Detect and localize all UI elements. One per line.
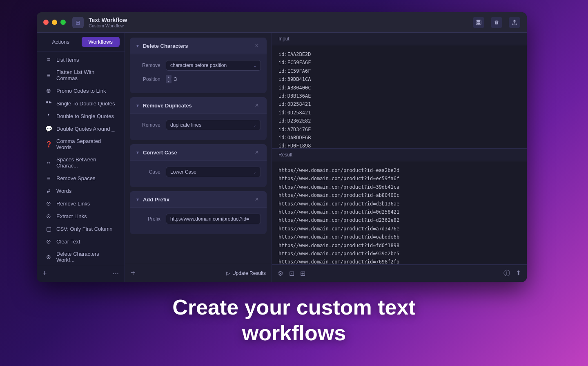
- maximize-button[interactable]: [60, 20, 66, 25]
- tab-workflows[interactable]: Workflows: [82, 37, 120, 47]
- sidebar-item-label: Single To Double Quotes: [56, 100, 115, 107]
- input-section: Input id:EAA2BE2D id:EC59FA6F id:EC59FA6…: [272, 33, 527, 149]
- sidebar-item-double-single[interactable]: ❜ Double to Single Quotes: [39, 110, 122, 122]
- sidebar-items: ≡ List Items ≡ Flatten List With Commas …: [37, 51, 125, 265]
- delete-icon-btn[interactable]: [491, 17, 502, 28]
- convert-case-close[interactable]: ×: [253, 148, 261, 156]
- remove-links-icon: ⊙: [45, 200, 52, 207]
- remove-spaces-icon: ≡: [45, 175, 52, 181]
- sidebar-item-remove-spaces[interactable]: ≡ Remove Spaces: [39, 172, 122, 184]
- sidebar-item-label: List Items: [56, 57, 79, 63]
- card-toggle-convert-case[interactable]: ▼: [136, 150, 140, 155]
- share-icon-btn[interactable]: [509, 17, 520, 28]
- sidebar-item-flatten-list[interactable]: ≡ Flatten List With Commas: [39, 66, 122, 84]
- position-value: 3: [174, 76, 177, 82]
- sidebar-item-comma-sep[interactable]: ❓ Comma Separated Words: [39, 135, 122, 153]
- add-workflow-button[interactable]: +: [42, 269, 47, 278]
- tab-actions[interactable]: Actions: [42, 37, 80, 47]
- add-prefix-body: Prefix: https//www.domain.com/product?id…: [130, 208, 267, 234]
- card-toggle-remove-duplicates[interactable]: ▼: [136, 103, 140, 108]
- result-line: https//www.domain.com/product?id=eaa2be2…: [278, 166, 520, 174]
- copy-icon-btn[interactable]: ⊡: [289, 270, 294, 277]
- input-line: id:39DB41CA: [278, 75, 520, 83]
- sidebar-item-promo-codes[interactable]: ⊛ Promo Codes to Link: [39, 85, 122, 97]
- sidebar-item-extract-links[interactable]: ⊙ Extract Links: [39, 210, 122, 222]
- convert-case-title: Convert Case: [143, 150, 253, 156]
- promo-codes-icon: ⊛: [45, 87, 52, 94]
- add-prefix-title: Add Prefix: [143, 196, 253, 203]
- position-label: Position:: [136, 76, 162, 82]
- result-section: Result https//www.domain.com/product?id=…: [272, 149, 527, 265]
- sidebar-item-label: Delete Characters Workf...: [56, 251, 116, 263]
- card-toggle-delete-chars[interactable]: ▼: [136, 44, 140, 48]
- center-panel: ▼ Delete Characters × Remove: characters…: [125, 33, 272, 282]
- more-options-button[interactable]: ···: [113, 269, 119, 278]
- center-content: ▼ Delete Characters × Remove: characters…: [125, 33, 272, 264]
- app-window: ⊞ Text Workflow Custom Workflow: [37, 12, 527, 282]
- export-icon-btn[interactable]: ⬆: [516, 269, 521, 278]
- input-line: id:0D258421: [278, 100, 520, 108]
- chevron-down-icon: ⌄: [253, 170, 256, 174]
- prefix-label: Prefix:: [136, 216, 162, 222]
- update-results-label: Update Results: [232, 270, 266, 276]
- close-button[interactable]: [43, 20, 49, 25]
- save-icon-btn[interactable]: [473, 17, 484, 28]
- sidebar-item-remove-links[interactable]: ⊙ Remove Links: [39, 197, 122, 210]
- result-line: https//www.domain.com/product?id=939a2be…: [278, 250, 520, 258]
- stepper-down[interactable]: ▼: [166, 79, 172, 83]
- result-content[interactable]: https//www.domain.com/product?id=eaa2be2…: [272, 161, 527, 264]
- words-icon: #: [45, 187, 52, 194]
- remove-dupes-select[interactable]: duplicate lines ⌄: [166, 120, 261, 130]
- input-line: id:D3B136AE: [278, 92, 520, 100]
- app-icon: ⊞: [72, 17, 84, 28]
- result-line: https//www.domain.com/product?id=0d25842…: [278, 208, 520, 216]
- sidebar-item-label: Comma Separated Words: [56, 138, 116, 150]
- sidebar-footer: + ···: [37, 265, 125, 282]
- result-line: https//www.domain.com/product?id=oabdde6…: [278, 233, 520, 241]
- add-step-button[interactable]: +: [131, 268, 136, 278]
- input-line: id:D2362E82: [278, 117, 520, 125]
- remove-select[interactable]: characters before position ⌄: [166, 60, 261, 71]
- sidebar-item-delete-chars[interactable]: ⊗ Delete Characters Workf...: [39, 248, 122, 265]
- add-prefix-close[interactable]: ×: [253, 195, 261, 203]
- remove-duplicates-card-header: ▼ Remove Duplicates ×: [130, 97, 267, 114]
- card-toggle-add-prefix[interactable]: ▼: [136, 197, 140, 202]
- flatten-list-icon: ≡: [45, 72, 52, 78]
- sidebar-item-single-double[interactable]: ❝❝ Single To Double Quotes: [39, 97, 122, 109]
- headline-line2: workflows: [0, 320, 588, 346]
- spaces-between-icon: ↔: [45, 159, 52, 166]
- filter-icon-btn[interactable]: ⚙: [278, 270, 283, 277]
- right-footer-right: ⓘ ⬆: [503, 269, 521, 278]
- remove-duplicates-close[interactable]: ×: [253, 101, 261, 109]
- sidebar-item-list-items[interactable]: ≡ List Items: [39, 54, 122, 66]
- stepper-up[interactable]: ▲: [166, 75, 172, 79]
- sidebar-item-csv-first-col[interactable]: ▢ CSV: Only First Column: [39, 223, 122, 235]
- sidebar-item-spaces-between[interactable]: ↔ Spaces Between Charac...: [39, 154, 122, 172]
- delete-characters-close[interactable]: ×: [253, 42, 261, 50]
- prefix-input[interactable]: https//www.domain.com/product?id=: [166, 214, 261, 224]
- sidebar-item-words[interactable]: # Words: [39, 185, 122, 197]
- extract-links-icon: ⊙: [45, 213, 52, 219]
- remove-dupes-select-value: duplicate lines: [170, 122, 201, 128]
- convert-case-body: Case: Lower Case ⌄: [130, 161, 267, 187]
- delete-chars-icon: ⊗: [45, 254, 52, 260]
- position-stepper[interactable]: ▲ ▼: [166, 75, 172, 83]
- delete-characters-card: ▼ Delete Characters × Remove: characters…: [130, 38, 267, 93]
- delete-characters-title: Delete Characters: [143, 43, 253, 49]
- input-content[interactable]: id:EAA2BE2D id:EC59FA6F id:EC59FA6F id:3…: [272, 45, 527, 148]
- chevron-down-icon: ⌄: [253, 123, 256, 127]
- info-icon-btn[interactable]: ⓘ: [503, 269, 510, 278]
- update-results-button[interactable]: ▷ Update Results: [226, 270, 266, 276]
- save-result-icon-btn[interactable]: ⊞: [300, 270, 305, 277]
- sidebar-item-clear-text[interactable]: ⊘ Clear Text: [39, 235, 122, 248]
- minimize-button[interactable]: [52, 20, 57, 25]
- sidebar-item-double-quotes-around[interactable]: 💬 Double Quotes Around _: [39, 123, 122, 135]
- remove-label: Remove:: [136, 62, 162, 68]
- case-select[interactable]: Lower Case ⌄: [166, 167, 261, 177]
- convert-case-card: ▼ Convert Case × Case: Lower Case ⌄: [130, 144, 267, 187]
- sidebar-item-label: Double Quotes Around _: [56, 126, 114, 132]
- sidebar-item-label: Promo Codes to Link: [56, 88, 106, 94]
- window-subtitle: Custom Workflow: [89, 23, 127, 28]
- remove-duplicates-title: Remove Duplicates: [143, 103, 253, 109]
- result-line: https//www.domain.com/product?id=ab80400…: [278, 191, 520, 199]
